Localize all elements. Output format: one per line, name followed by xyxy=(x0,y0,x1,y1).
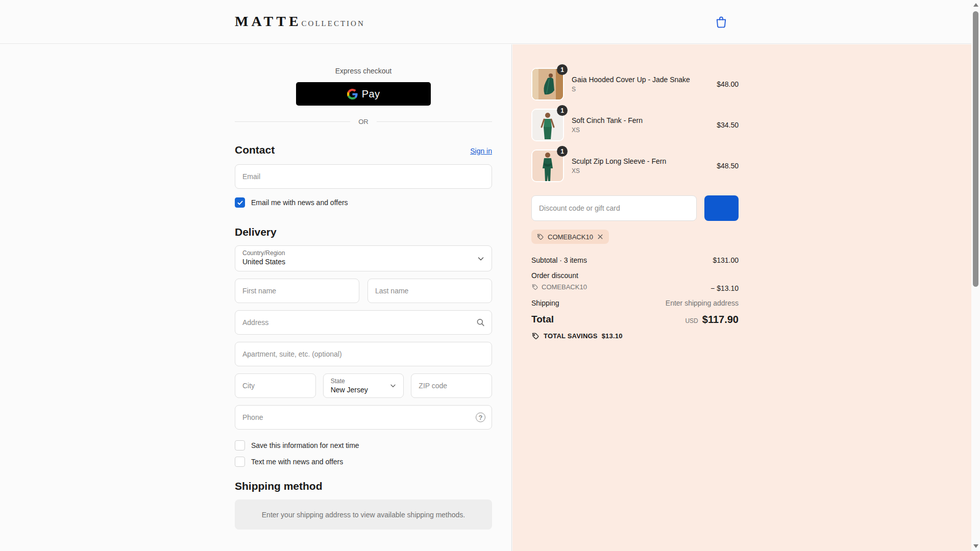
contact-heading: Contact xyxy=(235,144,275,156)
checkout-form-panel: Express checkout Pay OR Contact Sign in xyxy=(0,44,512,551)
tag-icon xyxy=(531,332,540,340)
newsletter-checkbox[interactable] xyxy=(235,197,245,208)
quantity-badge: 1 xyxy=(557,146,568,157)
address-field[interactable] xyxy=(235,310,492,335)
text-me-checkbox-row[interactable]: Text me with news and offers xyxy=(235,457,492,467)
google-g-icon xyxy=(347,89,358,99)
total-label: Total xyxy=(531,314,554,325)
search-icon xyxy=(476,318,485,328)
product-size: S xyxy=(572,86,705,93)
chevron-down-icon xyxy=(476,254,485,263)
product-price: $48.00 xyxy=(717,80,739,88)
quantity-badge: 1 xyxy=(557,105,568,116)
phone-help-icon[interactable]: ? xyxy=(476,413,485,422)
product-name: Sculpt Zip Long Sleeve - Fern xyxy=(572,157,705,165)
or-divider: OR xyxy=(235,118,492,126)
scroll-down-icon[interactable] xyxy=(973,544,978,548)
total-savings-label: TOTAL SAVINGS xyxy=(544,332,598,340)
subtotal-label: Subtotal · 3 items xyxy=(531,256,587,264)
shipping-value: Enter shipping address xyxy=(666,299,739,307)
cart-button[interactable] xyxy=(714,14,729,30)
order-summary-panel: 1 Gaia Hooded Cover Up - Jade Snake S $4… xyxy=(512,44,971,551)
state-select-label: State xyxy=(331,378,397,385)
apartment-field[interactable] xyxy=(235,342,492,366)
or-divider-label: OR xyxy=(358,118,369,126)
country-select-label: Country/Region xyxy=(242,249,484,257)
newsletter-checkbox-row[interactable]: Email me with news and offers xyxy=(235,197,492,208)
city-field[interactable] xyxy=(235,373,316,398)
save-info-checkbox-row[interactable]: Save this information for next time xyxy=(235,440,492,450)
product-name: Gaia Hooded Cover Up - Jade Snake xyxy=(572,76,705,84)
subtotal-value: $131.00 xyxy=(713,256,739,264)
first-name-field[interactable] xyxy=(235,279,359,303)
remove-discount-button[interactable] xyxy=(597,233,604,240)
close-icon xyxy=(597,233,604,240)
country-select-value: United States xyxy=(242,258,484,266)
state-select[interactable]: State New Jersey xyxy=(323,373,404,398)
country-select[interactable]: Country/Region United States xyxy=(235,245,492,271)
page-scrollbar[interactable] xyxy=(971,0,980,551)
shipping-method-heading: Shipping method xyxy=(235,480,492,492)
store-logo[interactable]: MATTECOLLECTION xyxy=(235,13,365,30)
tag-icon xyxy=(531,284,538,291)
currency-code: USD xyxy=(685,317,698,324)
cart-item: 1 Sculpt Zip Long Sleeve - Fern XS $48.5… xyxy=(531,149,739,182)
store-logo-secondary: COLLECTION xyxy=(302,19,365,28)
google-pay-label: Pay xyxy=(362,88,380,100)
state-select-value: New Jersey xyxy=(331,386,397,394)
discount-code-line: COMEBACK10 xyxy=(542,283,587,291)
check-icon xyxy=(237,199,243,206)
product-price: $48.50 xyxy=(717,162,739,170)
quantity-badge: 1 xyxy=(557,64,568,75)
shopping-bag-icon xyxy=(714,15,729,29)
last-name-field[interactable] xyxy=(368,279,492,303)
chevron-down-icon xyxy=(389,382,397,390)
apply-discount-button[interactable] xyxy=(704,195,739,221)
text-me-label: Text me with news and offers xyxy=(251,458,343,466)
delivery-heading: Delivery xyxy=(235,226,492,238)
total-savings-row: TOTAL SAVINGS $13.10 xyxy=(531,332,739,340)
phone-field[interactable] xyxy=(235,405,492,430)
sign-in-link[interactable]: Sign in xyxy=(470,147,492,155)
product-price: $34.50 xyxy=(717,121,739,129)
google-pay-button[interactable]: Pay xyxy=(296,82,431,106)
product-size: XS xyxy=(572,167,705,174)
tag-icon xyxy=(536,233,544,241)
save-info-label: Save this information for next time xyxy=(251,441,359,449)
product-size: XS xyxy=(572,127,705,134)
cart-item: 1 Gaia Hooded Cover Up - Jade Snake S $4… xyxy=(531,68,739,101)
scrollbar-thumb[interactable] xyxy=(973,11,978,287)
express-checkout-label: Express checkout xyxy=(235,67,492,75)
applied-discount-pill: COMEBACK10 xyxy=(531,230,609,244)
applied-discount-code: COMEBACK10 xyxy=(548,233,593,241)
shipping-label: Shipping xyxy=(531,299,559,307)
scroll-up-icon[interactable] xyxy=(973,3,978,7)
store-logo-primary: MATTE xyxy=(235,13,302,29)
discount-amount: − $13.10 xyxy=(710,284,739,292)
email-field[interactable] xyxy=(235,164,492,189)
save-info-checkbox[interactable] xyxy=(235,440,245,450)
shipping-method-empty-notice: Enter your shipping address to view avai… xyxy=(235,499,492,530)
total-savings-value: $13.10 xyxy=(602,332,623,340)
checkout-header: MATTECOLLECTION xyxy=(0,0,971,44)
zip-code-field[interactable] xyxy=(411,373,492,398)
order-discount-label: Order discount xyxy=(531,271,578,280)
cart-item: 1 Soft Cinch Tank - Fern XS $34.50 xyxy=(531,109,739,141)
product-name: Soft Cinch Tank - Fern xyxy=(572,116,705,124)
shipping-method-empty-text: Enter your shipping address to view avai… xyxy=(262,511,465,519)
text-me-checkbox[interactable] xyxy=(235,457,245,467)
discount-code-input[interactable] xyxy=(531,195,697,221)
total-value: $117.90 xyxy=(702,314,739,325)
newsletter-label: Email me with news and offers xyxy=(251,198,348,207)
